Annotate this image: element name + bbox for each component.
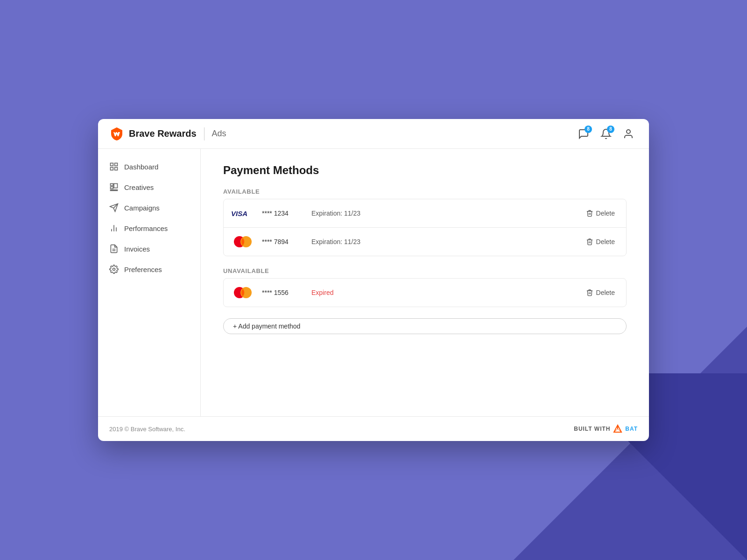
- table-row: **** 7894 Expiration: 11/23 Delete: [224, 228, 626, 256]
- preferences-icon: [109, 265, 119, 274]
- sidebar-item-invoices-label: Invoices: [124, 245, 150, 253]
- sidebar-item-dashboard-label: Dashboard: [124, 163, 158, 171]
- card-expiry-mc1: Expiration: 11/23: [311, 238, 575, 245]
- built-with-text: BUILT WITH: [574, 426, 610, 432]
- page-title: Payment Methods: [223, 164, 627, 177]
- trash-icon: [586, 289, 593, 296]
- sidebar-item-invoices[interactable]: Invoices: [98, 238, 200, 259]
- svg-rect-3: [111, 168, 113, 170]
- user-profile-button[interactable]: [619, 125, 638, 143]
- sidebar-item-creatives-label: Creatives: [124, 183, 154, 191]
- mastercard-logo-svg-1: [231, 235, 254, 249]
- creatives-icon: [109, 182, 119, 192]
- svg-rect-4: [115, 168, 118, 170]
- invoices-icon: [109, 244, 119, 253]
- bat-label: BAT: [625, 426, 638, 432]
- brand-title: Brave Rewards: [129, 128, 197, 139]
- sidebar-item-creatives[interactable]: Creatives: [98, 177, 200, 197]
- visa-logo: VISA: [231, 206, 254, 221]
- svg-rect-5: [111, 184, 113, 186]
- messages-badge: 8: [585, 126, 592, 133]
- notifications-button[interactable]: 8: [597, 125, 615, 143]
- sidebar-item-performances[interactable]: Performances: [98, 218, 200, 238]
- header-section: Ads: [212, 129, 226, 139]
- trash-icon: [586, 238, 593, 245]
- delete-mc2-label: Delete: [596, 289, 615, 296]
- app-window: Brave Rewards Ads 8 8: [98, 119, 649, 441]
- svg-rect-7: [111, 190, 118, 191]
- table-row: **** 1556 Expired Delete: [224, 279, 626, 307]
- dashboard-icon: [109, 162, 119, 171]
- delete-visa-label: Delete: [596, 210, 615, 217]
- sidebar-item-preferences[interactable]: Preferences: [98, 259, 200, 280]
- delete-mc1-label: Delete: [596, 238, 615, 245]
- bat-logo-icon: [613, 424, 622, 434]
- sidebar-item-campaigns-label: Campaigns: [124, 204, 160, 212]
- sidebar-item-campaigns[interactable]: Campaigns: [98, 197, 200, 218]
- available-cards-list: VISA **** 1234 Expiration: 11/23: [223, 199, 627, 256]
- header: Brave Rewards Ads 8 8: [98, 119, 649, 149]
- svg-rect-8: [114, 184, 118, 188]
- sidebar-item-dashboard[interactable]: Dashboard: [98, 156, 200, 177]
- trash-icon: [586, 210, 593, 217]
- svg-rect-2: [115, 163, 118, 166]
- mastercard-logo-1: [231, 234, 254, 249]
- main-content: Payment Methods Available VISA **** 1234…: [201, 149, 649, 416]
- performances-icon: [109, 224, 119, 233]
- card-status-expired: Expired: [311, 289, 575, 296]
- campaigns-icon: [109, 203, 119, 212]
- card-expiry-visa: Expiration: 11/23: [311, 210, 575, 217]
- svg-point-16: [113, 268, 115, 271]
- available-section-label: Available: [223, 188, 627, 195]
- delete-visa-button[interactable]: Delete: [582, 208, 619, 219]
- header-divider: [204, 127, 204, 140]
- unavailable-cards-list: **** 1556 Expired Delete: [223, 278, 627, 307]
- unavailable-section-label: Unavailable: [223, 267, 627, 274]
- add-payment-method-button[interactable]: + Add payment method: [223, 318, 627, 334]
- delete-mc2-button[interactable]: Delete: [582, 287, 619, 298]
- svg-point-0: [627, 130, 630, 133]
- card-number-mc1: **** 7894: [262, 238, 304, 245]
- footer: 2019 © Brave Software, Inc. BUILT WITH B…: [98, 416, 649, 441]
- visa-logo-svg: VISA: [231, 209, 254, 218]
- delete-mc1-button[interactable]: Delete: [582, 236, 619, 247]
- card-number-visa: **** 1234: [262, 210, 304, 217]
- header-brand: Brave Rewards: [109, 126, 197, 141]
- sidebar: Dashboard Creatives Campaigns: [98, 149, 201, 416]
- sidebar-item-performances-label: Performances: [124, 224, 168, 232]
- table-row: VISA **** 1234 Expiration: 11/23: [224, 199, 626, 228]
- mastercard-logo-svg-2: [231, 286, 254, 300]
- body: Dashboard Creatives Campaigns: [98, 149, 649, 416]
- svg-rect-1: [111, 163, 113, 166]
- brave-logo-icon: [109, 126, 124, 141]
- svg-text:VISA: VISA: [231, 210, 247, 217]
- card-number-mc2: **** 1556: [262, 289, 304, 296]
- notifications-badge: 8: [607, 126, 614, 133]
- svg-rect-6: [111, 187, 113, 189]
- mastercard-logo-2: [231, 285, 254, 300]
- header-actions: 8 8: [574, 125, 638, 143]
- sidebar-item-preferences-label: Preferences: [124, 266, 162, 273]
- messages-button[interactable]: 8: [574, 125, 593, 143]
- add-payment-method-label: + Add payment method: [233, 322, 300, 330]
- user-icon: [623, 128, 634, 140]
- footer-copyright: 2019 © Brave Software, Inc.: [109, 426, 185, 433]
- footer-bat: BUILT WITH BAT: [574, 424, 638, 434]
